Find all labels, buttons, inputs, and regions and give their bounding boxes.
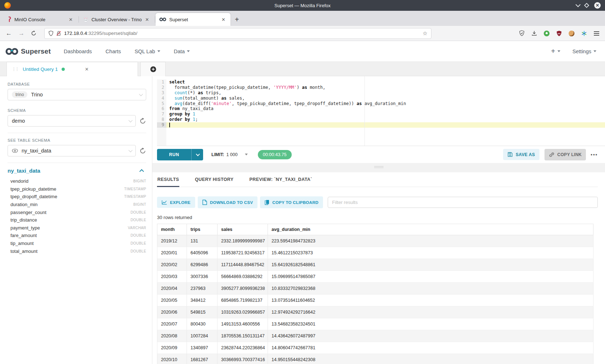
reload-button[interactable] [31, 31, 36, 36]
results-cell: 10.833327029832368 [268, 283, 593, 295]
results-row[interactable]: 2020/10168126730366993.70037741614.95015… [157, 354, 593, 364]
window-close-button[interactable]: ✕ [594, 2, 601, 9]
table-column-row[interactable]: total_amountDOUBLE [8, 247, 146, 255]
window-maximize-button[interactable] [584, 3, 589, 8]
superset-logo[interactable]: Superset [5, 47, 51, 56]
query-tab-active[interactable]: ⋮⋮ Untitled Query 1 ✕ [6, 62, 138, 76]
url-bar[interactable]: 172.18.0.4:32295/superset/sqllab/ ☆ [44, 28, 431, 39]
window-minimize-button[interactable] [575, 2, 581, 7]
settings-menu[interactable]: Settings [573, 49, 596, 54]
tab-close-icon[interactable]: ✕ [144, 17, 151, 22]
database-select[interactable]: trino Trino [8, 89, 146, 100]
table-column-row[interactable]: vendoridBIGINT [8, 177, 146, 185]
results-tab-preview[interactable]: PREVIEW: `NY_TAXI_DATA` [249, 174, 313, 187]
table-column-row[interactable]: duration_minBIGINT [8, 201, 146, 209]
bookmark-star-icon[interactable]: ☆ [423, 30, 427, 37]
nav-dashboards[interactable]: Dashboards [64, 49, 92, 54]
results-row[interactable]: 2020/0654981510319263.02996685712.974924… [157, 306, 593, 318]
new-query-tab-button[interactable] [140, 62, 166, 76]
results-column-header[interactable]: avg_duration_min [268, 224, 593, 235]
save-as-button[interactable]: SAVE AS [503, 149, 539, 160]
copy-clipboard-button[interactable]: COPY TO CLIPBOARD [260, 196, 323, 208]
browser-tab-superset-active[interactable]: Superset ✕ [156, 13, 230, 26]
extension-green-icon[interactable] [544, 31, 550, 36]
code-line[interactable]: select [166, 79, 605, 85]
code-line[interactable]: avg(date_diff('minute', tpep_pickup_date… [166, 101, 605, 106]
code-line[interactable]: count(*) as trips, [166, 90, 605, 96]
lock-insecure-icon[interactable] [56, 31, 61, 36]
browser-tab-trino[interactable]: Cluster Overview - Trino ✕ [79, 13, 154, 26]
shield-permissions-icon[interactable] [48, 31, 54, 36]
results-column-header[interactable]: month [157, 224, 187, 235]
table-column-row[interactable]: trip_distanceDOUBLE [8, 216, 146, 224]
cookie-extension-icon[interactable] [569, 31, 574, 36]
divider [8, 163, 146, 163]
download-csv-button[interactable]: DOWNLOAD TO CSV [198, 196, 257, 208]
results-cell: 2020/07 [157, 318, 187, 330]
nav-charts[interactable]: Charts [106, 49, 121, 54]
sql-editor[interactable]: 123456789 select format_datetime(tpep_pi… [157, 76, 605, 146]
editor-code[interactable]: select format_datetime(tpep_pickup_datet… [166, 79, 605, 146]
pane-splitter[interactable] [152, 163, 605, 172]
ublock-shield-icon[interactable]: uo [556, 31, 562, 36]
results-row[interactable]: 2019/121312332.1899999999987223.59541984… [157, 235, 593, 247]
nav-sql-lab[interactable]: SQL Lab [135, 49, 160, 54]
results-tab-results[interactable]: RESULTS [157, 174, 179, 187]
back-button[interactable]: ← [6, 30, 12, 37]
downloads-icon[interactable] [532, 31, 537, 36]
forward-button[interactable]: → [18, 30, 24, 37]
run-button[interactable]: RUN [157, 149, 203, 160]
results-column-header[interactable]: sales [218, 224, 268, 235]
drag-handle-icon[interactable] [374, 166, 384, 172]
query-tab-close-icon[interactable]: ✕ [85, 67, 89, 72]
line-number: 4 [157, 96, 166, 101]
more-actions-button[interactable]: ••• [591, 152, 598, 157]
results-row[interactable]: 2020/042379633905277.809993623810.833327… [157, 283, 593, 295]
results-row[interactable]: 2020/03300733656664869.0388629215.096995… [157, 271, 593, 283]
results-row[interactable]: 2020/026299486117114448.8946754215.64192… [157, 259, 593, 271]
table-column-row[interactable]: tip_amountDOUBLE [8, 240, 146, 247]
code-line[interactable]: sum(total_amount) as sales, [166, 96, 605, 101]
drag-grip-icon[interactable]: ⋮⋮ [12, 67, 18, 72]
tab-close-icon[interactable]: ✕ [67, 17, 74, 22]
tab-close-icon[interactable]: ✕ [220, 17, 227, 22]
explore-button[interactable]: EXPLORE [157, 197, 195, 208]
minio-favicon-icon [6, 17, 12, 22]
table-select[interactable]: ny_taxi_data [8, 145, 136, 156]
multicolor-asterisk-icon[interactable] [581, 31, 587, 36]
results-row[interactable]: 2020/0780043014913153.460055613.54682358… [157, 318, 593, 330]
copy-link-button[interactable]: COPY LINK [544, 149, 586, 160]
results-row[interactable]: 2020/053484126854865.71998213713.0735164… [157, 295, 593, 306]
results-row[interactable]: 2020/09134089723628744.22023686414.80604… [157, 342, 593, 354]
pocket-shield-icon[interactable] [519, 30, 525, 36]
limit-dropdown[interactable]: LIMIT: 1 000 [211, 152, 248, 157]
results-row[interactable]: 2020/08100728418705536.15013114714.43642… [157, 330, 593, 342]
table-column-row[interactable]: tpep_pickup_datetimeTIMESTAMP [8, 185, 146, 193]
results-actions: EXPLORE DOWNLOAD TO CSV COPY TO CLIPBOAR… [157, 196, 598, 208]
code-line[interactable] [166, 122, 605, 128]
table-column-row[interactable]: fare_amountDOUBLE [8, 232, 146, 240]
results-cell: 6299486 [187, 259, 218, 271]
filter-results-input[interactable] [328, 197, 598, 208]
refresh-schema-icon[interactable] [139, 118, 146, 124]
code-line[interactable]: group by 1 [166, 112, 605, 117]
results-tab-query-history[interactable]: QUERY HISTORY [194, 174, 234, 187]
results-row[interactable]: 2020/016405096119538721.9245631715.46122… [157, 247, 593, 259]
collapse-chevron-icon[interactable] [139, 169, 144, 174]
new-tab-button[interactable]: + [232, 15, 243, 26]
add-new-button[interactable]: + [551, 47, 560, 55]
refresh-table-icon[interactable] [139, 147, 146, 154]
schema-select[interactable]: demo [8, 115, 136, 127]
table-column-row[interactable]: payment_typeVARCHAR [8, 224, 146, 232]
table-column-row[interactable]: tpep_dropoff_datetimeTIMESTAMP [8, 193, 146, 201]
run-options-split-button[interactable] [191, 149, 203, 160]
code-line[interactable]: order by 1; [166, 117, 605, 122]
table-column-row[interactable]: passenger_countDOUBLE [8, 208, 146, 216]
code-line[interactable]: format_datetime(tpep_pickup_datetime, 'Y… [166, 85, 605, 90]
hamburger-menu-icon[interactable] [594, 31, 599, 36]
table-schema-title[interactable]: ny_taxi_data [8, 168, 40, 174]
code-line[interactable]: from ny_taxi_data [166, 106, 605, 112]
nav-data[interactable]: Data [174, 49, 190, 54]
browser-tab-minio[interactable]: MinIO Console ✕ [3, 13, 78, 26]
results-column-header[interactable]: trips [187, 224, 218, 235]
